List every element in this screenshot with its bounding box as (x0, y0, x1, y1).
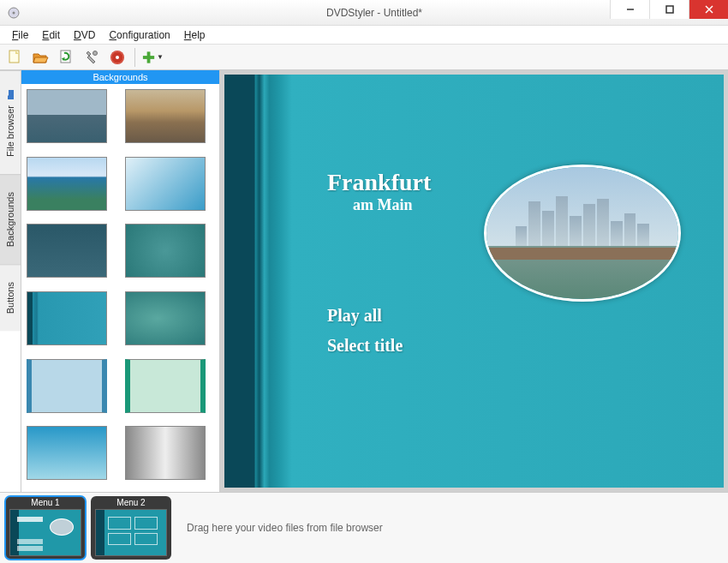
tab-file-browser[interactable]: File browser (0, 70, 21, 174)
timeline-menu-2[interactable]: Menu 2 (91, 496, 171, 560)
toolbar-separator (134, 48, 135, 67)
open-button[interactable] (29, 46, 51, 69)
bg-thumb-lightblue-box[interactable] (27, 359, 107, 413)
bg-thumb-sunset[interactable] (125, 89, 206, 143)
skyline-buildings (516, 196, 650, 247)
add-button[interactable]: ▼ (141, 46, 164, 69)
tab-buttons[interactable]: Buttons (0, 264, 21, 331)
dvd-subtitle[interactable]: am Main (353, 196, 413, 214)
bg-thumb-gradient-blue[interactable] (125, 157, 206, 211)
menu-help[interactable]: Help (177, 27, 212, 43)
svg-rect-6 (9, 51, 19, 63)
bg-thumb-stripes[interactable] (27, 291, 107, 345)
bg-thumb-aerial[interactable] (27, 157, 107, 211)
titlebar: DVDStyler - Untitled* (0, 0, 728, 26)
app-icon (7, 6, 21, 20)
svg-point-8 (93, 51, 98, 55)
dvd-play-all-button[interactable]: Play all (327, 306, 382, 326)
dropdown-caret-icon: ▼ (157, 53, 164, 61)
tab-buttons-label: Buttons (5, 282, 15, 314)
side-tabs: File browser Backgrounds Buttons (0, 70, 21, 492)
bg-thumb-dark-teal[interactable] (27, 224, 107, 278)
menu-dvd[interactable]: DVD (67, 27, 102, 43)
maximize-button[interactable] (649, 0, 689, 19)
timeline-menu-2-thumb (95, 509, 167, 556)
minimize-button[interactable] (610, 0, 649, 19)
save-button[interactable] (55, 46, 77, 69)
settings-button[interactable] (81, 46, 103, 69)
background-thumbnails[interactable] (21, 84, 219, 492)
timeline[interactable]: Menu 1 Menu 2 Drag here your video files… (0, 492, 728, 563)
close-button[interactable] (689, 0, 728, 19)
bg-thumb-blurry[interactable] (125, 291, 206, 345)
tab-file-browser-label: File browser (5, 105, 15, 157)
tab-backgrounds-label: Backgrounds (5, 192, 15, 247)
bg-thumb-blue-fade[interactable] (27, 426, 107, 480)
menu-preview[interactable]: Frankfurt am Main Play all Select title (220, 70, 728, 492)
new-button[interactable] (3, 46, 26, 69)
timeline-menu-1-thumb (9, 509, 81, 556)
svg-point-1 (13, 11, 15, 14)
menubar: File Edit DVD Configuration Help (0, 26, 728, 45)
dvd-title[interactable]: Frankfurt (327, 169, 431, 196)
dvd-select-title-button[interactable]: Select title (327, 336, 403, 356)
svg-point-11 (116, 56, 119, 59)
skyline-bridge (486, 248, 678, 260)
timeline-menu-1[interactable]: Menu 1 (5, 496, 86, 560)
bg-thumb-teal-noise[interactable] (125, 224, 206, 278)
menu-configuration[interactable]: Configuration (102, 27, 176, 43)
timeline-menu-1-label: Menu 1 (9, 498, 81, 507)
dvd-image-oval[interactable] (484, 165, 681, 302)
bg-thumb-ocean[interactable] (27, 89, 107, 143)
browser-header: Backgrounds (21, 70, 219, 84)
window-buttons (610, 0, 728, 19)
bg-thumb-mint-box[interactable] (125, 359, 206, 413)
bg-thumb-grey-shine[interactable] (125, 426, 206, 480)
toolbar: ▼ (0, 45, 728, 70)
folder-icon (4, 88, 16, 100)
menu-edit[interactable]: Edit (35, 27, 67, 43)
drop-hint: Drag here your video files from file bro… (187, 522, 383, 534)
browser-panel: Backgrounds (21, 70, 220, 492)
svg-rect-13 (143, 56, 154, 59)
burn-button[interactable] (106, 46, 128, 69)
main-area: File browser Backgrounds Buttons Backgro… (0, 70, 728, 492)
svg-rect-3 (666, 6, 673, 13)
dvd-menu-canvas[interactable]: Frankfurt am Main Play all Select title (224, 75, 724, 488)
menu-file[interactable]: File (5, 27, 35, 43)
timeline-menu-2-label: Menu 2 (95, 498, 167, 507)
tab-backgrounds[interactable]: Backgrounds (0, 174, 21, 264)
